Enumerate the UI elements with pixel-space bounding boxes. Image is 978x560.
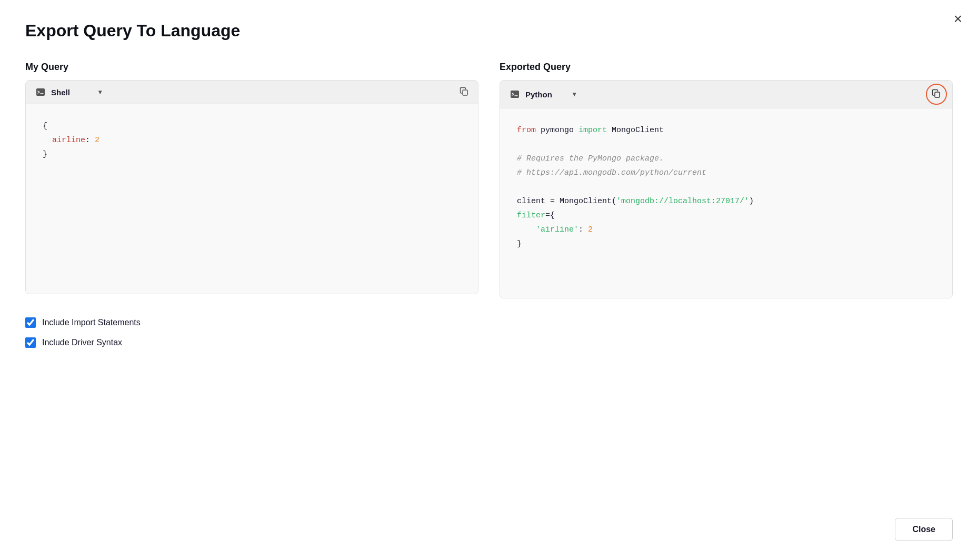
include-imports-row[interactable]: Include Import Statements (25, 317, 953, 328)
my-query-panel: My Query Shell ▾ (25, 62, 478, 298)
export-line-comment1: # Requires the PyMongo package. (517, 152, 935, 166)
export-line-filter-end: } (517, 237, 935, 251)
export-line-comment2: # https://api.mongodb.com/python/current (517, 166, 935, 180)
code-line-1: { (43, 119, 461, 133)
export-line-client: client = MongoClient('mongodb://localhos… (517, 194, 935, 208)
include-driver-label: Include Driver Syntax (42, 338, 122, 347)
my-query-code-body: { airline: 2 } (26, 104, 478, 294)
close-button[interactable]: Close (895, 518, 953, 541)
exported-query-card: Python ▾ from pymongo import MongoClient… (500, 80, 953, 298)
include-imports-checkbox[interactable] (25, 317, 36, 328)
svg-rect-2 (511, 91, 519, 98)
exported-query-card-header: Python ▾ (500, 81, 952, 108)
include-driver-row[interactable]: Include Driver Syntax (25, 337, 953, 348)
my-query-language-label: Shell (51, 88, 70, 97)
exported-query-dropdown-arrow-icon: ▾ (573, 91, 576, 98)
export-line-blank1 (517, 137, 935, 152)
exported-query-language-selector[interactable]: Python ▾ (500, 83, 584, 106)
my-query-copy-button[interactable] (451, 81, 478, 104)
svg-rect-3 (935, 92, 940, 97)
copy-highlighted-icon (931, 88, 942, 101)
export-line-filter-start: filter={ (517, 208, 935, 223)
export-line-filter-item: 'airline': 2 (517, 223, 935, 237)
my-query-card-header: Shell ▾ (26, 81, 478, 104)
checkboxes-section: Include Import Statements Include Driver… (25, 317, 953, 348)
footer-actions: Close (895, 518, 953, 541)
my-query-card: Shell ▾ { airline: 2 } (25, 80, 478, 294)
close-x-button[interactable]: × (954, 12, 962, 26)
exported-query-label: Exported Query (500, 62, 953, 73)
exported-query-copy-button[interactable] (926, 84, 947, 105)
close-x-icon: × (954, 11, 962, 27)
svg-rect-0 (36, 88, 45, 96)
shell-icon (34, 86, 47, 98)
exported-query-language-label: Python (525, 90, 552, 99)
my-query-dropdown-arrow-icon: ▾ (98, 88, 102, 96)
include-imports-label: Include Import Statements (42, 318, 141, 327)
include-driver-checkbox[interactable] (25, 337, 36, 348)
panels-container: My Query Shell ▾ (25, 62, 953, 298)
my-query-language-selector[interactable]: Shell ▾ (26, 81, 110, 104)
export-line-blank2 (517, 180, 935, 194)
code-line-2: airline: 2 (43, 133, 461, 147)
exported-query-code-body: from pymongo import MongoClient # Requir… (500, 108, 952, 298)
copy-icon (459, 86, 470, 98)
code-line-3: } (43, 147, 461, 162)
exported-query-panel: Exported Query Python ▾ (500, 62, 953, 298)
python-icon (508, 88, 521, 101)
page-title: Export Query To Language (25, 21, 953, 41)
svg-rect-1 (463, 90, 467, 95)
my-query-label: My Query (25, 62, 478, 73)
export-line-1: from pymongo import MongoClient (517, 123, 935, 137)
